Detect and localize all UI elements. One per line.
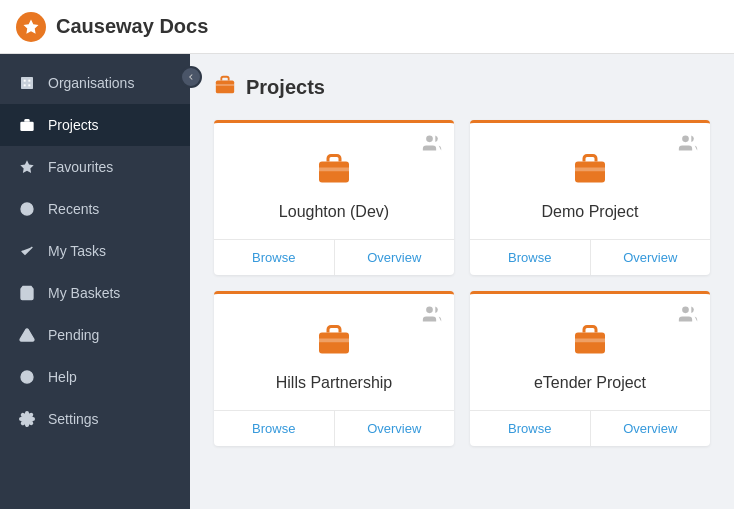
sidebar-item-pending[interactable]: Pending (0, 314, 190, 356)
briefcase-icon (18, 116, 36, 134)
svg-rect-4 (24, 84, 26, 86)
project-users-icon (422, 133, 442, 157)
project-briefcase-icon (314, 151, 354, 191)
main-layout: Organisations Projects Favourites Recent… (0, 54, 734, 509)
star-icon (18, 158, 36, 176)
svg-point-21 (682, 136, 689, 143)
sidebar-item-recents-label: Recents (48, 201, 99, 217)
project-card-body: eTender Project (470, 294, 710, 410)
content-title: Projects (246, 76, 325, 99)
briefcase-icon (570, 151, 610, 187)
svg-rect-29 (575, 339, 605, 343)
svg-rect-19 (319, 162, 349, 183)
project-users-icon (678, 304, 698, 328)
project-browse-button[interactable]: Browse (214, 411, 335, 446)
svg-point-18 (426, 136, 433, 143)
sidebar-nav: Organisations Projects Favourites Recent… (0, 54, 190, 440)
sidebar-item-my-baskets[interactable]: My Baskets (0, 272, 190, 314)
help-icon (18, 368, 36, 386)
sidebar-item-projects-label: Projects (48, 117, 99, 133)
briefcase-icon (314, 151, 354, 187)
sidebar-item-help[interactable]: Help (0, 356, 190, 398)
project-overview-button[interactable]: Overview (591, 411, 711, 446)
svg-rect-17 (216, 84, 234, 86)
projects-header-icon (214, 74, 236, 100)
sidebar: Organisations Projects Favourites Recent… (0, 54, 190, 509)
svg-rect-1 (21, 77, 33, 89)
basket-icon (18, 284, 36, 302)
project-browse-button[interactable]: Browse (470, 411, 591, 446)
project-name: Demo Project (542, 203, 639, 221)
sidebar-item-help-label: Help (48, 369, 77, 385)
project-overview-button[interactable]: Overview (335, 240, 455, 275)
project-browse-button[interactable]: Browse (214, 240, 335, 275)
content-header: Projects (214, 74, 710, 100)
project-overview-button[interactable]: Overview (335, 411, 455, 446)
project-name: Hills Partnership (276, 374, 392, 392)
svg-point-24 (426, 307, 433, 314)
users-icon (422, 304, 442, 324)
project-overview-button[interactable]: Overview (591, 240, 711, 275)
svg-rect-2 (24, 80, 26, 82)
project-briefcase-icon (570, 151, 610, 191)
briefcase-icon (314, 322, 354, 358)
project-card-body: Demo Project (470, 123, 710, 239)
svg-marker-0 (24, 19, 39, 33)
project-briefcase-icon (314, 322, 354, 362)
sidebar-item-settings[interactable]: Settings (0, 398, 190, 440)
logo-icon (22, 18, 40, 36)
users-icon (422, 133, 442, 153)
clock-icon (18, 200, 36, 218)
sidebar-item-projects[interactable]: Projects (0, 104, 190, 146)
svg-rect-3 (28, 80, 30, 82)
sidebar-collapse-button[interactable] (180, 66, 202, 88)
project-card-footer: Browse Overview (214, 239, 454, 275)
svg-rect-6 (20, 122, 33, 131)
app-header: Causeway Docs (0, 0, 734, 54)
users-icon (678, 133, 698, 153)
project-users-icon (678, 133, 698, 157)
svg-rect-25 (319, 333, 349, 354)
svg-rect-26 (319, 339, 349, 343)
project-users-icon (422, 304, 442, 328)
alert-icon (18, 326, 36, 344)
svg-rect-22 (575, 162, 605, 183)
sidebar-item-my-baskets-label: My Baskets (48, 285, 120, 301)
briefcase-header-icon (214, 74, 236, 96)
sidebar-item-my-tasks[interactable]: My Tasks (0, 230, 190, 272)
project-browse-button[interactable]: Browse (470, 240, 591, 275)
gear-icon (18, 410, 36, 428)
svg-rect-28 (575, 333, 605, 354)
app-title: Causeway Docs (56, 15, 208, 38)
sidebar-item-my-tasks-label: My Tasks (48, 243, 106, 259)
project-card-loughton-dev: Loughton (Dev) Browse Overview (214, 120, 454, 275)
project-briefcase-icon (570, 322, 610, 362)
sidebar-item-recents[interactable]: Recents (0, 188, 190, 230)
sidebar-item-pending-label: Pending (48, 327, 99, 343)
content-area: Projects Loughton (Dev) Browse Overview (190, 54, 734, 509)
project-card-footer: Browse Overview (214, 410, 454, 446)
sidebar-item-settings-label: Settings (48, 411, 99, 427)
svg-rect-5 (28, 84, 30, 86)
project-name: eTender Project (534, 374, 646, 392)
sidebar-item-favourites[interactable]: Favourites (0, 146, 190, 188)
project-name: Loughton (Dev) (279, 203, 389, 221)
svg-marker-8 (20, 160, 33, 173)
project-card-body: Loughton (Dev) (214, 123, 454, 239)
sidebar-item-favourites-label: Favourites (48, 159, 113, 175)
chevron-left-icon (186, 72, 196, 82)
check-icon (18, 242, 36, 260)
project-card-footer: Browse Overview (470, 239, 710, 275)
project-card-etender-project: eTender Project Browse Overview (470, 291, 710, 446)
sidebar-item-organisations-label: Organisations (48, 75, 134, 91)
project-card-hills-partnership: Hills Partnership Browse Overview (214, 291, 454, 446)
svg-rect-16 (216, 80, 234, 93)
svg-rect-23 (575, 168, 605, 172)
app-logo (16, 12, 46, 42)
projects-grid: Loughton (Dev) Browse Overview Demo Proj… (214, 120, 710, 446)
sidebar-item-organisations[interactable]: Organisations (0, 62, 190, 104)
svg-point-27 (682, 307, 689, 314)
building-icon (18, 74, 36, 92)
project-card-body: Hills Partnership (214, 294, 454, 410)
svg-rect-20 (319, 168, 349, 172)
